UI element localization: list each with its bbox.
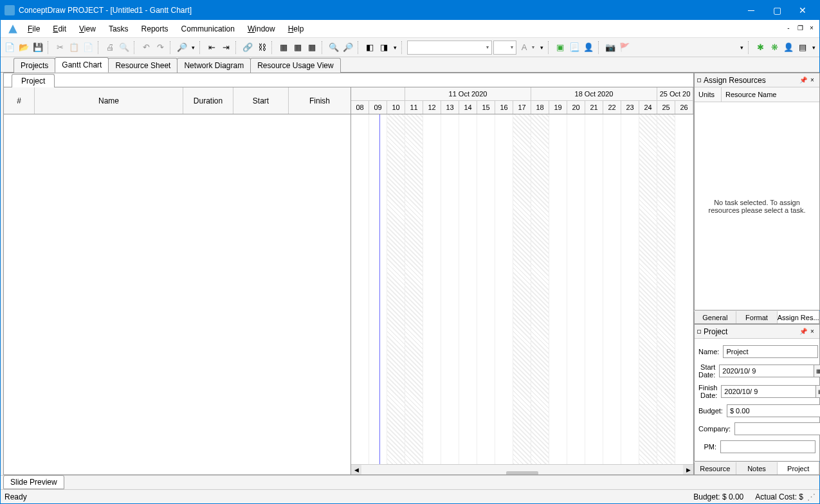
new-icon[interactable]: 📄 <box>3 41 16 54</box>
green2-icon[interactable]: ❋ <box>768 41 781 54</box>
flag-icon[interactable]: 🚩 <box>618 41 631 54</box>
preview-icon[interactable]: 🔍 <box>118 41 131 54</box>
day-20: 20 <box>567 101 585 114</box>
save-icon[interactable]: 💾 <box>32 41 44 54</box>
mdi-restore-button[interactable]: ❐ <box>795 22 805 33</box>
panel-close-icon[interactable]: × <box>808 327 817 336</box>
menu-tasks[interactable]: Tasks <box>102 22 135 36</box>
size-combo[interactable]: ▾ <box>493 40 516 55</box>
col-num[interactable]: # <box>4 87 35 114</box>
mdi-close-button[interactable]: × <box>806 22 817 33</box>
overflow3-icon[interactable]: ▾ <box>538 41 545 54</box>
menu-communication[interactable]: Communication <box>175 22 241 36</box>
res-icon[interactable]: 👤 <box>582 41 595 54</box>
panel-grip-icon[interactable] <box>697 78 701 82</box>
menu-view[interactable]: View <box>73 22 102 36</box>
project-tab[interactable]: Project <box>12 74 55 87</box>
tab-projects[interactable]: Projects <box>14 58 55 73</box>
task3-icon[interactable]: ▦ <box>305 41 318 54</box>
tab-assign-res[interactable]: Assign Res... <box>778 311 819 323</box>
pin-icon[interactable]: 📌 <box>799 327 808 336</box>
minimize-button[interactable]: ─ <box>738 1 764 20</box>
menu-reports[interactable]: Reports <box>135 22 175 36</box>
outdent-icon[interactable]: ⇥ <box>219 41 232 54</box>
font-color-drop[interactable]: ▾ <box>532 44 537 50</box>
menu-window[interactable]: Window <box>241 22 282 36</box>
input-finish-date[interactable] <box>721 385 816 398</box>
close-button[interactable]: ✕ <box>790 1 815 20</box>
start-date-picker-icon[interactable]: ▦▾ <box>814 364 820 377</box>
overflow-icon[interactable]: ▾ <box>190 41 196 54</box>
redo-icon[interactable]: ↷ <box>154 41 167 54</box>
print-icon[interactable]: 🖨 <box>104 41 116 54</box>
task1-icon[interactable]: ▦ <box>277 41 290 54</box>
tab-resource-sheet[interactable]: Resource Sheet <box>108 58 178 73</box>
open-icon[interactable]: 📂 <box>17 41 30 54</box>
list-icon[interactable]: ▤ <box>796 41 809 54</box>
gantt-body[interactable] <box>351 114 693 464</box>
scroll-right-icon[interactable]: ▶ <box>683 465 693 475</box>
font-combo[interactable]: ▾ <box>407 40 492 55</box>
mdi-minimize-button[interactable]: - <box>783 22 794 33</box>
link-icon[interactable]: 🔗 <box>241 41 254 54</box>
camera-icon[interactable]: 📷 <box>604 41 617 54</box>
menu-help[interactable]: Help <box>282 22 311 36</box>
scroll-thumb[interactable] <box>506 471 538 475</box>
zoomin-icon[interactable]: 🔍 <box>327 41 340 54</box>
col-finish[interactable]: Finish <box>289 87 351 114</box>
pin-icon[interactable]: 📌 <box>799 76 808 85</box>
unlink-icon[interactable]: ⛓ <box>255 41 268 54</box>
menu-edit[interactable]: Edit <box>46 22 73 36</box>
tab-format[interactable]: Format <box>736 311 778 323</box>
green1-icon[interactable]: ✱ <box>754 41 767 54</box>
grid-col <box>585 114 603 464</box>
note-icon[interactable]: ▣ <box>554 41 567 54</box>
doc-icon[interactable]: 📃 <box>568 41 581 54</box>
overflow2-icon[interactable]: ▾ <box>392 41 398 54</box>
task2-icon[interactable]: ▦ <box>291 41 304 54</box>
view1-icon[interactable]: ◧ <box>363 41 376 54</box>
input-budget[interactable] <box>727 404 820 417</box>
finish-date-picker-icon[interactable]: ▦▾ <box>816 385 820 398</box>
input-name[interactable] <box>723 345 818 358</box>
overflow4-icon[interactable]: ▾ <box>738 41 745 54</box>
col-duration[interactable]: Duration <box>183 87 233 114</box>
tab-resource[interactable]: Resource <box>695 462 736 474</box>
view2-icon[interactable]: ◨ <box>378 41 390 54</box>
input-start-date[interactable] <box>719 364 814 377</box>
panel-close-icon[interactable]: × <box>808 76 817 85</box>
col-resource-name[interactable]: Resource Name <box>722 87 819 102</box>
paste-icon[interactable]: 📄 <box>82 41 95 54</box>
menu-file[interactable]: File <box>21 22 46 36</box>
col-start[interactable]: Start <box>233 87 289 114</box>
copy-icon[interactable]: 📋 <box>68 41 80 54</box>
grid-col <box>423 114 441 464</box>
maximize-button[interactable]: ▢ <box>764 1 790 20</box>
resize-grip-icon[interactable]: ⋰ <box>807 492 815 501</box>
undo-icon[interactable]: ↶ <box>140 41 152 54</box>
zoomout-icon[interactable]: 🔎 <box>342 41 354 54</box>
week-header-2: 18 Oct 2020 <box>531 87 657 100</box>
gantt-hscroll[interactable]: ◀ ▶ <box>351 464 693 474</box>
scroll-left-icon[interactable]: ◀ <box>351 465 361 475</box>
tab-notes[interactable]: Notes <box>736 462 778 474</box>
tab-project[interactable]: Project <box>778 462 819 474</box>
tab-general[interactable]: General <box>695 311 736 323</box>
find-icon[interactable]: 🔎 <box>176 41 188 54</box>
task-rows[interactable] <box>4 114 351 474</box>
overflow5-icon[interactable]: ▾ <box>810 41 817 54</box>
input-pm[interactable] <box>720 440 815 453</box>
tab-gantt[interactable]: Gantt Chart <box>55 57 109 73</box>
font-color-icon[interactable]: A <box>518 41 531 54</box>
input-company[interactable] <box>734 422 820 435</box>
col-name[interactable]: Name <box>35 87 183 114</box>
tab-resource-usage[interactable]: Resource Usage View <box>250 58 341 73</box>
slide-preview-tab[interactable]: Slide Preview <box>3 475 64 489</box>
cut-icon[interactable]: ✂ <box>53 41 66 54</box>
day-25: 25 <box>657 101 675 114</box>
tab-network-diagram[interactable]: Network Diagram <box>177 58 251 73</box>
panel-grip-icon[interactable] <box>697 330 701 334</box>
indent-icon[interactable]: ⇤ <box>205 41 218 54</box>
person-icon[interactable]: 👤 <box>782 41 795 54</box>
col-units[interactable]: Units <box>695 87 722 102</box>
